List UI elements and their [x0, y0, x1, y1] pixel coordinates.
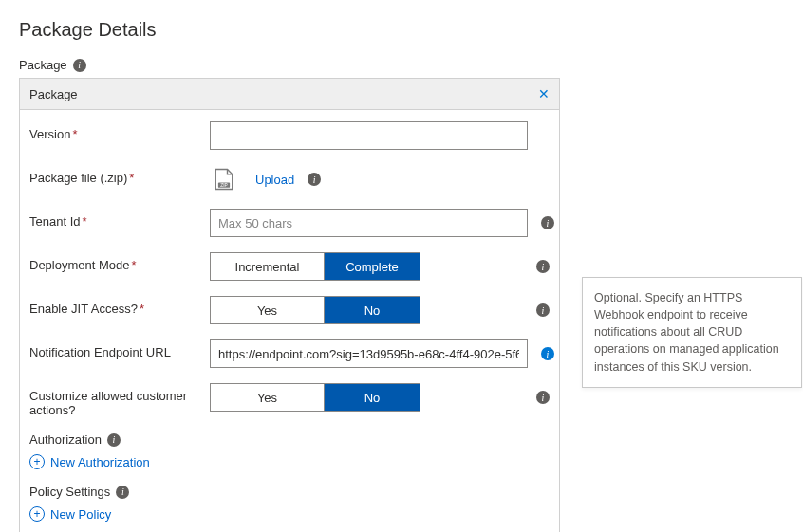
required-indicator: * — [129, 171, 134, 185]
enable-jit-yes[interactable]: Yes — [211, 297, 325, 323]
info-icon[interactable]: i — [541, 216, 554, 229]
tenant-id-label: Tenant Id — [29, 214, 81, 229]
panel-header: Package ✕ — [20, 79, 559, 110]
page-title: Package Details — [19, 19, 560, 41]
new-authorization-text: New Authorization — [50, 455, 150, 469]
info-icon[interactable]: i — [536, 303, 550, 317]
enable-jit-no[interactable]: No — [325, 297, 420, 323]
required-indicator: * — [83, 214, 87, 229]
svg-text:ZIP: ZIP — [220, 183, 227, 188]
notification-url-label: Notification Endpoint URL — [29, 345, 171, 359]
plus-icon: + — [29, 454, 45, 469]
authorization-label: Authorization — [29, 432, 102, 447]
info-icon[interactable]: i — [308, 173, 321, 186]
deployment-mode-complete[interactable]: Complete — [325, 253, 420, 280]
customize-actions-no[interactable]: No — [325, 384, 420, 411]
required-indicator: * — [72, 127, 77, 141]
info-icon[interactable]: i — [541, 347, 554, 360]
customize-actions-label: Customize allowed customer actions? — [29, 389, 187, 417]
close-icon[interactable]: ✕ — [538, 86, 550, 101]
panel-title: Package — [29, 87, 78, 101]
enable-jit-label: Enable JIT Access? — [29, 302, 138, 316]
customize-actions-yes[interactable]: Yes — [211, 384, 325, 411]
upload-link[interactable]: Upload — [255, 173, 294, 187]
info-icon[interactable]: i — [73, 59, 86, 72]
package-panel: Package ✕ Version* Package file (.zip)* — [19, 78, 560, 532]
deployment-mode-label: Deployment Mode — [29, 258, 130, 272]
policy-settings-label: Policy Settings — [29, 485, 110, 499]
notification-url-input[interactable] — [210, 339, 528, 368]
required-indicator: * — [140, 302, 144, 316]
tenant-id-input[interactable] — [210, 209, 528, 237]
new-policy-link[interactable]: + New Policy — [29, 506, 111, 522]
info-icon[interactable]: i — [116, 486, 129, 499]
customize-actions-toggle: Yes No — [210, 383, 420, 412]
section-label: Package — [19, 58, 67, 72]
new-policy-text: New Policy — [50, 507, 111, 522]
package-file-label: Package file (.zip) — [29, 171, 127, 185]
info-icon[interactable]: i — [536, 391, 550, 404]
info-icon[interactable]: i — [536, 260, 550, 273]
version-label: Version — [29, 127, 70, 141]
enable-jit-toggle: Yes No — [210, 296, 420, 324]
required-indicator: * — [132, 258, 137, 272]
zip-icon: ZIP — [210, 165, 238, 193]
deployment-mode-toggle: Incremental Complete — [210, 252, 420, 281]
info-icon[interactable]: i — [107, 433, 121, 447]
version-input[interactable] — [210, 121, 528, 150]
new-authorization-link[interactable]: + New Authorization — [29, 454, 150, 469]
notification-url-tooltip: Optional. Specify an HTTPS Webhook endpo… — [582, 277, 802, 388]
plus-icon: + — [29, 506, 45, 522]
deployment-mode-incremental[interactable]: Incremental — [211, 253, 325, 280]
